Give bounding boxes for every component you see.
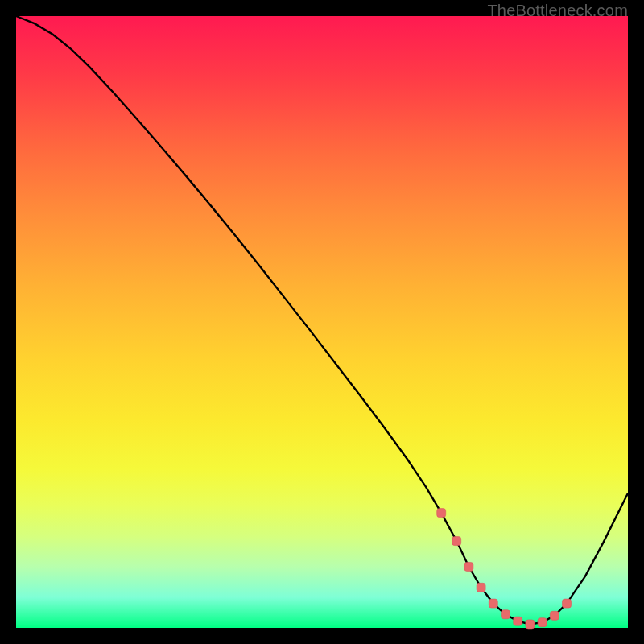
valley-marker: [477, 583, 485, 592]
valley-markers: [437, 509, 572, 629]
valley-marker: [489, 599, 497, 608]
valley-marker: [464, 563, 473, 572]
valley-marker: [563, 599, 572, 608]
bottleneck-curve: [16, 16, 628, 624]
valley-marker: [502, 610, 510, 619]
valley-marker: [514, 617, 522, 625]
valley-marker: [437, 509, 446, 518]
chart-frame: TheBottleneck.com: [0, 0, 644, 644]
valley-marker: [550, 611, 559, 620]
watermark-text: TheBottleneck.com: [487, 2, 628, 20]
valley-marker: [526, 620, 535, 629]
plot-area: [16, 16, 628, 628]
valley-marker: [538, 618, 547, 627]
bottleneck-curve-svg: [16, 16, 628, 628]
valley-marker: [452, 537, 461, 546]
